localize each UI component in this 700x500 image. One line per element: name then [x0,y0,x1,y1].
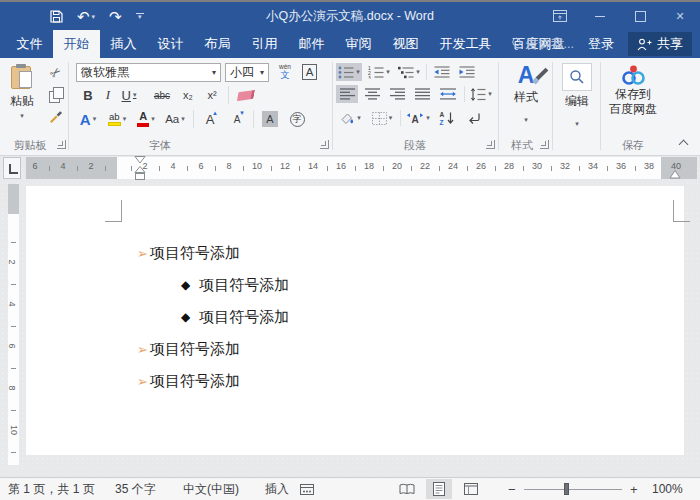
increase-indent-button[interactable] [456,63,478,81]
borders-button[interactable] [368,108,396,128]
undo-icon[interactable] [77,9,95,24]
styles-button[interactable]: A 样式 [504,63,548,126]
zoom-slider-thumb[interactable] [564,483,569,495]
italic-button[interactable]: I [102,86,114,104]
numbering-button[interactable]: 123 [366,63,392,81]
tell-me[interactable]: 告诉我... [511,36,574,53]
list-item[interactable]: ➢项目符号添加 [26,244,240,262]
zoom-in-button[interactable] [630,478,638,500]
text-effects-button[interactable]: A [76,108,100,130]
save-group-label: 保存 [608,138,658,152]
phonetic-guide-button[interactable]: wén 文 [274,62,296,82]
tab-mailings[interactable]: 邮件 [288,30,335,58]
clear-formatting-button[interactable] [234,86,258,104]
align-center-button[interactable] [361,85,383,103]
show-hide-marks-button[interactable] [462,108,484,128]
ruler-tick [327,166,328,171]
paragraph-dialog-launcher[interactable] [486,140,495,149]
font-color-button[interactable]: A [134,108,158,130]
superscript-button[interactable]: x² [202,86,222,104]
line-spacing-button[interactable] [468,85,494,103]
distributed-button[interactable] [436,85,460,103]
styles-dialog-launcher[interactable] [540,140,549,149]
change-case-button[interactable]: Aa [162,108,188,130]
sort-button[interactable]: A Z [436,108,458,128]
language-indicator[interactable]: 中文(中国) [183,478,239,500]
sign-in-button[interactable]: 登录 [588,35,614,53]
copy-button[interactable] [44,85,66,102]
web-layout-button[interactable] [458,479,484,499]
format-painter-button[interactable] [44,107,66,124]
tab-home[interactable]: 开始 [53,30,100,58]
list-item[interactable]: ➢项目符号添加 [26,340,240,358]
bullets-button[interactable] [336,63,362,81]
document-page[interactable]: ➢项目符号添加◆项目符号添加◆项目符号添加➢项目符号添加➢项目符号添加 [26,186,684,455]
cut-button[interactable]: ✂ [44,64,66,80]
character-scaling-button[interactable]: A [404,108,432,128]
tab-developer[interactable]: 开发工具 [429,30,502,58]
zoom-level[interactable]: 100% [652,478,683,500]
share-button[interactable]: 共享 [628,32,692,56]
font-name-combo[interactable]: 微软雅黑 [76,63,221,82]
print-layout-icon [433,482,445,496]
redo-icon[interactable] [109,9,122,24]
macro-record-button[interactable] [300,478,314,500]
clipboard-dialog-launcher[interactable] [57,140,66,149]
list-item[interactable]: ➢项目符号添加 [26,372,240,390]
tab-file[interactable]: 文件 [6,30,53,58]
list-item[interactable]: ◆项目符号添加 [26,308,289,326]
character-border-button[interactable]: A [300,62,319,82]
ruler-tick [11,284,16,285]
grow-font-button[interactable]: A▲ [198,108,222,130]
align-right-button[interactable] [386,85,408,103]
hanging-indent-marker[interactable] [134,166,146,181]
save-to-baidu-button[interactable]: 保存到百度网盘 [604,63,662,117]
word-count[interactable]: 35 个字 [115,478,156,500]
tab-view[interactable]: 视图 [382,30,429,58]
tab-review[interactable]: 审阅 [335,30,382,58]
tab-layout[interactable]: 布局 [194,30,241,58]
ribbon-display-options-icon[interactable] [540,2,580,30]
justify-button[interactable] [411,85,433,103]
strikethrough-button[interactable]: abc [150,86,174,104]
enclose-characters-button[interactable]: 字 [286,108,308,130]
zoom-slider-track[interactable] [524,489,622,490]
list-item[interactable]: ◆项目符号添加 [26,276,289,294]
tab-references[interactable]: 引用 [241,30,288,58]
right-indent-marker[interactable] [669,170,681,179]
minimize-button[interactable] [580,2,620,30]
ruler-tick [635,166,636,171]
insert-mode-indicator[interactable]: 插入 [265,478,289,500]
underline-button[interactable]: U [118,86,140,104]
tab-insert[interactable]: 插入 [100,30,147,58]
collapse-ribbon-icon[interactable] [678,138,690,148]
paste-button[interactable]: 粘贴 [4,62,40,128]
tab-design[interactable]: 设计 [147,30,194,58]
print-layout-button[interactable] [426,479,452,499]
close-button[interactable] [660,2,700,30]
font-size-combo[interactable]: 小四 [225,63,269,82]
maximize-button[interactable] [620,2,660,30]
character-shading-button[interactable]: A [259,108,281,130]
ruler-number: 30 [532,161,542,171]
ruler-number: 10 [252,161,262,171]
shrink-font-button[interactable]: A▼ [226,108,248,130]
customize-quick-access-icon[interactable] [136,13,144,19]
shading-button[interactable] [336,108,364,128]
highlight-color-button[interactable]: ab [104,108,130,130]
editing-button[interactable]: 编辑 [558,63,596,130]
tab-stop-selector[interactable] [3,157,21,179]
read-mode-button[interactable] [394,479,420,499]
ruler-number: 4 [7,301,17,306]
zoom-out-button[interactable] [508,478,516,500]
page-indicator[interactable]: 第 1 页，共 1 页 [8,478,95,500]
align-left-button[interactable] [336,85,358,103]
font-dialog-launcher[interactable] [320,140,329,149]
vertical-ruler: 246810 [8,184,19,465]
decrease-indent-button[interactable] [431,63,453,81]
save-icon[interactable] [50,10,63,23]
first-line-indent-marker[interactable] [134,156,146,164]
bold-button[interactable]: B [80,86,96,104]
subscript-button[interactable]: x₂ [178,86,198,104]
multilevel-list-button[interactable] [396,63,422,81]
